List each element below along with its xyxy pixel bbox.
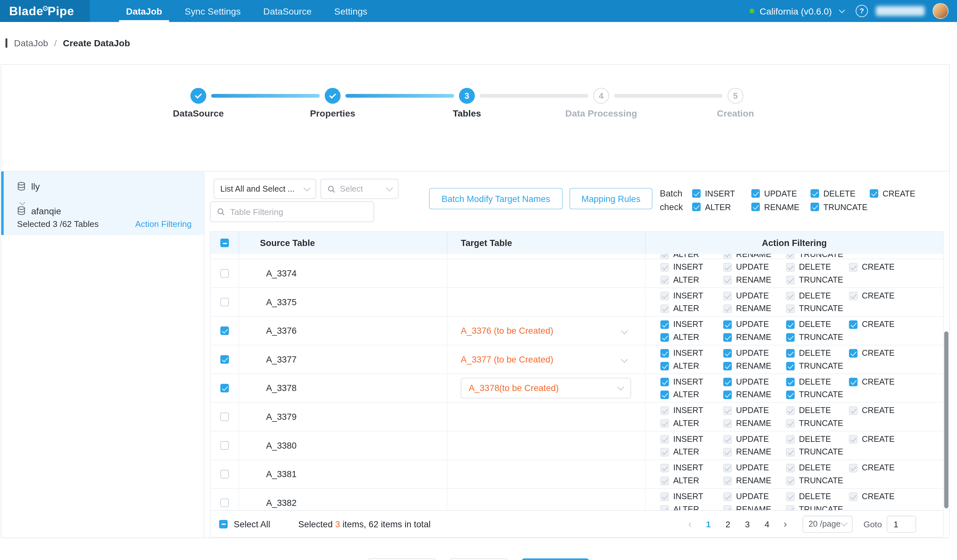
batch-action-checkbox-alter[interactable]: [692, 203, 701, 211]
action-label: UPDATE: [736, 377, 769, 386]
avatar[interactable]: [933, 3, 949, 19]
batch-action-checkbox-create[interactable]: [870, 189, 878, 197]
table-row: A_3380INSERTUPDATEDELETECREATEALTERRENAM…: [210, 431, 943, 460]
action-label: UPDATE: [736, 348, 769, 357]
nav-item-datajob[interactable]: DataJob: [119, 0, 169, 22]
step-number-circle: 4: [593, 88, 609, 104]
action-truncate: TRUNCATE: [786, 390, 849, 399]
action-checkbox-delete[interactable]: [786, 320, 794, 328]
page-1[interactable]: 1: [700, 515, 717, 533]
help-icon[interactable]: ?: [856, 5, 868, 17]
table-footer: Select All Selected 3 items, 62 items in…: [210, 510, 943, 537]
nav-item-sync-settings[interactable]: Sync Settings: [178, 0, 247, 22]
action-checkbox-alter: [660, 419, 669, 427]
row-select-checkbox[interactable]: [221, 269, 229, 278]
action-checkbox-create[interactable]: [849, 320, 857, 328]
page-size-select[interactable]: 20 /page: [802, 515, 853, 533]
action-delete: DELETE: [786, 320, 849, 329]
target-table-name[interactable]: A_3377 (to be Created): [461, 355, 553, 364]
row-select-checkbox[interactable]: [221, 441, 229, 450]
row-select-checkbox[interactable]: [221, 498, 229, 507]
chevron-down-icon[interactable]: [621, 327, 628, 334]
action-checkbox-delete[interactable]: [786, 349, 794, 357]
action-checkbox-rename[interactable]: [723, 361, 732, 370]
action-checkbox-truncate[interactable]: [786, 390, 794, 399]
action-checkbox-update[interactable]: [723, 349, 732, 357]
action-truncate: TRUNCATE: [786, 505, 849, 510]
table-filter-input[interactable]: [230, 207, 368, 216]
action-checkbox-insert[interactable]: [660, 349, 669, 357]
goto-page-input[interactable]: [887, 515, 916, 533]
select-all-footer-checkbox[interactable]: [219, 519, 227, 528]
row-checkbox-cell: [210, 489, 239, 510]
batch-check-grid: INSERTUPDATEDELETECREATE ALTERRENAMETRUN…: [692, 187, 929, 214]
page-2[interactable]: 2: [719, 515, 736, 533]
action-checkbox-rename[interactable]: [723, 333, 732, 341]
batch-action-update: UPDATE: [752, 189, 811, 198]
target-table-select[interactable]: A_3378(to be Created): [461, 378, 631, 399]
region-label[interactable]: California (v0.6.0): [760, 6, 832, 16]
target-table-cell: [447, 432, 646, 460]
prev-page-icon[interactable]: ‹: [682, 515, 699, 533]
action-filtering-grid: INSERTUPDATEDELETECREATEALTERRENAMETRUNC…: [646, 404, 912, 429]
batch-action-checkbox-rename[interactable]: [752, 203, 760, 211]
next-page-icon[interactable]: ›: [777, 515, 794, 533]
breadcrumb-parent[interactable]: DataJob: [14, 38, 48, 48]
next-step-button[interactable]: Next Step: [522, 558, 589, 560]
action-checkbox-insert[interactable]: [660, 377, 669, 386]
scrollbar-thumb[interactable]: [944, 331, 948, 508]
page-3[interactable]: 3: [739, 515, 756, 533]
action-checkbox-create[interactable]: [849, 377, 857, 386]
action-label: CREATE: [862, 377, 894, 386]
logo[interactable]: Blade⚙Pipe: [0, 0, 90, 22]
select-all-checkbox[interactable]: [221, 238, 229, 247]
chevron-down-icon[interactable]: [839, 7, 845, 13]
row-select-checkbox[interactable]: [221, 327, 229, 335]
action-delete: DELETE: [786, 406, 849, 415]
row-select-checkbox[interactable]: [221, 412, 229, 421]
row-select-checkbox[interactable]: [221, 355, 229, 363]
action-label: CREATE: [862, 406, 894, 415]
nav-item-settings[interactable]: Settings: [328, 0, 374, 22]
previous-button[interactable]: Previous: [450, 558, 509, 560]
mapping-rules-button[interactable]: Mapping Rules: [570, 188, 652, 210]
chevron-down-icon[interactable]: [621, 356, 628, 363]
action-checkbox-update[interactable]: [723, 320, 732, 328]
selected-accent-bar: [1, 172, 4, 235]
batch-action-checkbox-delete[interactable]: [811, 189, 819, 197]
refresh-button[interactable]: Refresh: [368, 558, 436, 560]
action-label: INSERT: [673, 320, 703, 329]
action-checkbox-alter[interactable]: [660, 333, 669, 341]
batch-modify-target-names-button[interactable]: Batch Modify Target Names: [429, 188, 563, 210]
action-filtering-grid: INSERTUPDATEDELETECREATEALTERRENAMETRUNC…: [646, 254, 912, 259]
action-label: DELETE: [799, 377, 831, 386]
page-4[interactable]: 4: [758, 515, 776, 533]
datasource-pair-item[interactable]: lly afanqie Selected 3 /62 Tables Action…: [1, 172, 204, 235]
batch-action-checkbox-update[interactable]: [752, 189, 760, 197]
row-select-checkbox[interactable]: [221, 384, 229, 392]
action-checkbox-update[interactable]: [723, 377, 732, 386]
batch-action-checkbox-insert[interactable]: [692, 189, 701, 197]
nav-item-datasource[interactable]: DataSource: [256, 0, 318, 22]
target-table-name[interactable]: A_3376 (to be Created): [461, 326, 553, 336]
action-filtering-link[interactable]: Action Filtering: [135, 219, 192, 229]
action-checkbox-insert[interactable]: [660, 320, 669, 328]
action-truncate: TRUNCATE: [786, 418, 849, 427]
action-checkbox-truncate[interactable]: [786, 361, 794, 370]
action-create: CREATE: [849, 262, 912, 271]
action-checkbox-create[interactable]: [849, 349, 857, 357]
action-label: TRUNCATE: [799, 304, 843, 313]
action-label: RENAME: [736, 447, 772, 456]
select-dropdown[interactable]: Select: [321, 179, 398, 199]
action-label: INSERT: [673, 348, 703, 357]
row-select-checkbox[interactable]: [221, 470, 229, 478]
batch-action-checkbox-truncate[interactable]: [811, 203, 819, 211]
action-checkbox-delete[interactable]: [786, 377, 794, 386]
action-checkbox-truncate[interactable]: [786, 333, 794, 341]
action-checkbox-alter[interactable]: [660, 390, 669, 399]
row-select-checkbox[interactable]: [221, 298, 229, 306]
action-checkbox-alter[interactable]: [660, 361, 669, 370]
action-label: ALTER: [673, 304, 699, 313]
action-checkbox-rename[interactable]: [723, 390, 732, 399]
list-mode-dropdown[interactable]: List All and Select ...: [214, 179, 316, 199]
